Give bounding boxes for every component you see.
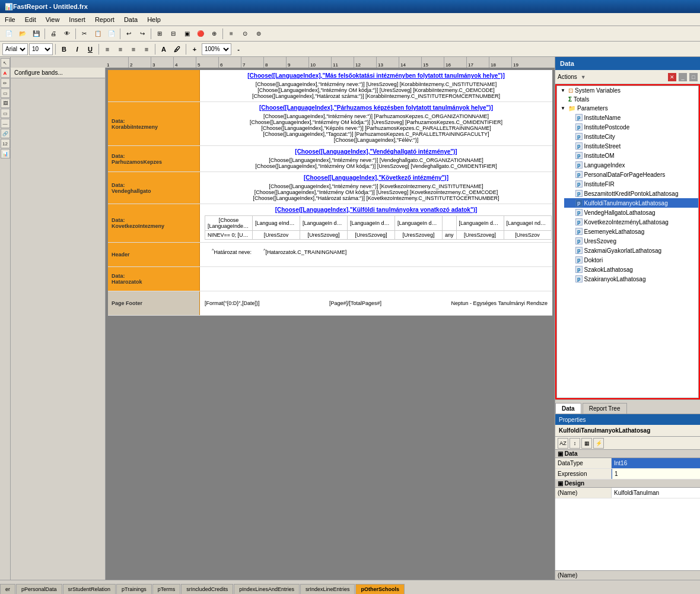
font-family-select[interactable]: Arial	[2, 43, 28, 55]
bottom-tab-ppersonal[interactable]: pPersonalData	[16, 584, 62, 594]
configure-bands-btn[interactable]: Configure bands...	[11, 68, 105, 78]
toolbar-btn1[interactable]: ⊞	[153, 27, 166, 40]
bottom-tab-pother[interactable]: pOtherSchools	[355, 584, 405, 594]
min-panel-btn[interactable]: _	[679, 73, 687, 81]
tab-report-tree[interactable]: Report Tree	[583, 403, 627, 414]
open-btn[interactable]: 📂	[16, 27, 29, 40]
bottom-tab-srindex[interactable]: srIndexLineEntries	[300, 584, 355, 594]
align-justify-btn[interactable]: ≡	[141, 45, 152, 54]
tree-item-institutestreet[interactable]: p InstituteStreet	[564, 141, 698, 151]
tree-item-institutepostcode[interactable]: p InstitutePostcode	[564, 122, 698, 132]
toolbar-btn3[interactable]: ▣	[180, 27, 193, 40]
toolbar-btn2[interactable]: ⊟	[167, 27, 180, 40]
max-panel-btn[interactable]: □	[689, 73, 698, 81]
tree-item-totals[interactable]: Σ Totals	[557, 95, 698, 104]
tree-item-uresszoveg[interactable]: p UresSzoveg	[564, 236, 698, 246]
toolbar-btn8[interactable]: ⊚	[252, 27, 265, 40]
italic-btn[interactable]: I	[71, 45, 83, 54]
bottom-tab-er[interactable]: er	[0, 584, 15, 594]
tab-data[interactable]: Data	[555, 403, 581, 414]
bold-btn[interactable]: B	[58, 45, 70, 54]
tree-item-kovetkezo[interactable]: p KovetkezoIntezményLathatosag	[564, 217, 698, 227]
menu-edit[interactable]: Edit	[20, 15, 41, 24]
underline-btn[interactable]: U	[84, 45, 96, 54]
font-color-btn[interactable]: A	[158, 45, 170, 54]
menu-file[interactable]: File	[0, 15, 20, 24]
print-btn[interactable]: 🖨	[47, 27, 60, 40]
tree-item-esemenyek[interactable]: p EsemenyekLathatosag	[564, 227, 698, 236]
line-tool[interactable]: —	[1, 119, 10, 128]
bottom-tab-srincluded[interactable]: srIncludedCredits	[181, 584, 233, 594]
tree-item-institutecity[interactable]: p InstituteCity	[564, 132, 698, 141]
tree-item-kulföldi[interactable]: p KulfoldiTanulmanyokLathatosag	[564, 198, 698, 208]
font-size-select[interactable]: 10	[29, 43, 53, 55]
menu-data[interactable]: Data	[119, 15, 142, 24]
props-lightning-btn[interactable]: ⚡	[593, 438, 604, 449]
text-tool[interactable]: A	[1, 68, 10, 78]
menu-help[interactable]: Help	[142, 15, 166, 24]
cut-btn[interactable]: ✂	[78, 27, 91, 40]
expand-icon[interactable]: ▼	[559, 88, 567, 93]
bottom-tab-pindexlines[interactable]: pIndexLinesAndEntries	[234, 584, 300, 594]
toolbar-btn4[interactable]: 🔴	[194, 27, 207, 40]
close-panel-btn[interactable]: ✕	[668, 73, 676, 81]
toolbar-btn5[interactable]: ⊕	[208, 27, 221, 40]
copy-btn[interactable]: 📋	[91, 27, 104, 40]
redo-btn[interactable]: ↪	[136, 27, 149, 40]
select-tool[interactable]: ↖	[1, 58, 10, 68]
tree-item-besz[interactable]: p BeszamitottKreditPontokLathatosag	[564, 189, 698, 198]
props-grid-btn[interactable]: ▦	[581, 438, 592, 449]
tree-item-vendeg[interactable]: p VendegHallgatoLathatosag	[564, 208, 698, 217]
props-sort-cat-btn[interactable]: ↕	[569, 438, 580, 449]
tree-item-szakok[interactable]: p SzakokLathatosag	[564, 265, 698, 274]
actions-dropdown-arrow[interactable]: ▼	[581, 74, 586, 80]
props-section-design[interactable]: ▣ Design	[555, 479, 700, 488]
props-value-expression[interactable]: 1	[612, 469, 700, 479]
link-tool[interactable]: 🔗	[1, 129, 10, 138]
tree-item-szakiranyok[interactable]: p SzakiranyokLathatosag	[564, 274, 698, 284]
align-right-btn[interactable]: ≡	[128, 45, 139, 54]
menu-report[interactable]: Report	[90, 15, 119, 24]
pen-tool[interactable]: ✏	[1, 78, 10, 88]
tree-item-instituteom[interactable]: p InstituteOM	[564, 151, 698, 160]
chart-tool[interactable]: 📊	[1, 149, 10, 158]
num-tool[interactable]: 12	[1, 139, 10, 148]
bottom-tab-ptrainings[interactable]: pTrainings	[116, 584, 152, 594]
toolbar-btn7[interactable]: ⊙	[238, 27, 252, 40]
save-btn[interactable]: 💾	[30, 27, 43, 40]
rect-tool[interactable]: ▭	[1, 88, 10, 98]
tree-item-languageindex[interactable]: p LanguageIndex	[564, 160, 698, 170]
paste-btn[interactable]: 📄	[105, 27, 118, 40]
expand-icon[interactable]	[559, 97, 567, 102]
bottom-tab-pterms[interactable]: pTerms	[152, 584, 181, 594]
tree-item-parameters[interactable]: ▼ 📁 Parameters	[557, 104, 698, 113]
image-tool[interactable]: 🖼	[1, 99, 10, 108]
tree-item-institutename[interactable]: p InstituteName	[564, 113, 698, 122]
zoom-out-btn[interactable]: -	[233, 45, 244, 54]
align-left-btn[interactable]: ≡	[101, 45, 113, 54]
props-section-data[interactable]: ▣ Data	[555, 450, 700, 458]
align-center-btn[interactable]: ≡	[114, 45, 126, 54]
shape-tool[interactable]: ▭	[1, 109, 10, 118]
props-sort-alpha-btn[interactable]: AZ	[558, 438, 568, 449]
tree-item-system-variables[interactable]: ▼ ⊡ System Variables	[557, 86, 698, 95]
props-value-datatype[interactable]: Int16	[612, 458, 700, 468]
zoom-in-btn[interactable]: +	[189, 45, 201, 54]
tree-item-szakmai[interactable]: p SzakmaiGyakorlatLathatosag	[564, 246, 698, 255]
menu-insert[interactable]: Insert	[64, 15, 90, 24]
tree-item-institutefir[interactable]: p InstituteFIR	[564, 179, 698, 189]
tree-item-doktori[interactable]: p Doktori	[564, 255, 698, 265]
new-btn[interactable]: 📄	[2, 27, 15, 40]
preview-btn[interactable]: 👁	[61, 27, 74, 40]
canvas-scroll[interactable]: [Choose([LanguageIndex],"Más felsőoktatá…	[106, 68, 555, 580]
zoom-select[interactable]: 100%	[202, 43, 231, 55]
menu-view[interactable]: View	[41, 15, 65, 24]
tree-item-personaldata[interactable]: p PersonalDataForPageHeaders	[564, 170, 698, 179]
toolbar-btn6[interactable]: ≡	[225, 27, 238, 40]
bottom-tab-srstudent[interactable]: srStudentRelation	[63, 584, 116, 594]
undo-btn[interactable]: ↩	[122, 27, 135, 40]
props-value-name[interactable]: KulfoldiTanulman	[612, 488, 700, 498]
expand-icon[interactable]: ▼	[559, 106, 567, 111]
highlight-btn[interactable]: 🖊	[171, 45, 183, 54]
ruler-mark: 16	[444, 57, 466, 68]
